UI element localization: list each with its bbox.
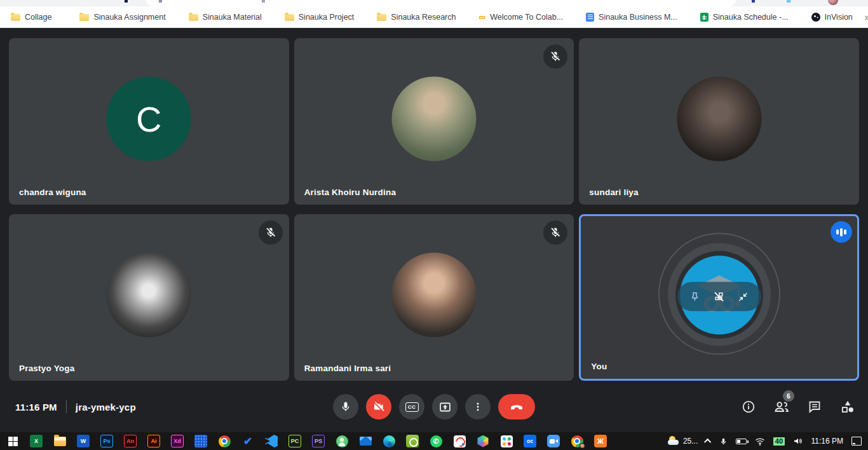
tray-clock[interactable]: 11:16 PM [811,437,843,446]
start-button[interactable] [6,435,19,447]
bookmark-sinauka-schedule[interactable]: Sinauka Schedule -... [695,10,794,24]
battery-percent-badge[interactable]: 40 [773,437,784,446]
hexagon-app-icon[interactable] [477,435,489,447]
whatsapp-icon[interactable]: ✆ [430,435,442,447]
camera-off-icon [372,400,385,413]
tray-overflow-button[interactable] [706,439,711,444]
more-options-button[interactable] [465,394,491,419]
omnibox-sliver [146,0,736,6]
chat-button[interactable] [806,398,824,416]
screen: Collage Sinauka Assignment Sinauka Mater… [0,0,868,450]
bookmark-sinauka-business[interactable]: Sinauka Business M... [580,10,683,24]
phpstorm-icon[interactable]: PS [312,435,325,447]
wifi-icon [755,437,765,446]
mail-icon[interactable] [359,435,372,447]
xampp-icon[interactable]: Ж [594,435,607,447]
participant-name: Ramandani Irma sari [304,364,391,373]
tray-battery[interactable] [736,439,747,444]
toolbar-fragment [125,0,128,3]
toolbar-fragment [752,0,755,3]
bookmark-welcome-to-colab[interactable]: ∞ Welcome To Colab... [473,10,569,24]
avatar-photo [677,77,761,161]
activities-button[interactable] [839,398,857,416]
weather-widget[interactable]: 25... [667,436,698,446]
adobe-xd-icon[interactable]: Xd [171,435,184,447]
bookmark-label: Collage [25,13,51,22]
action-center-button[interactable] [851,437,862,446]
photoshop-icon[interactable]: Ps [100,435,113,447]
chrome-icon[interactable] [218,435,231,447]
participant-tile-sundari[interactable]: sundari liya [579,38,859,205]
action-center-icon [851,437,862,446]
windows-taskbar: X W Ps An Ai Xd ✔ PC PS ✆ oc Ж [0,432,868,450]
captions-button[interactable]: CC [399,394,424,419]
tray-volume[interactable] [793,437,803,446]
pin-icon[interactable] [689,290,701,303]
browser-profile-avatar[interactable] [828,0,838,5]
bookmark-sinauka-research[interactable]: Sinauka Research [371,10,461,24]
meeting-details-button[interactable] [740,398,757,416]
mic-off-icon [549,226,562,239]
oc-app-icon[interactable]: oc [524,435,536,447]
bookmark-collage[interactable]: Collage [5,10,57,24]
vscode-icon[interactable] [265,435,278,447]
clock-label: 11:16 PM [15,402,57,412]
video-call-app-icon[interactable] [547,435,560,447]
info-icon [741,399,756,414]
folder-icon [54,437,66,446]
file-explorer-icon[interactable] [53,435,66,447]
participants-count-badge: 6 [783,390,794,402]
microphone-button[interactable] [333,394,358,419]
red-swirl-app-icon[interactable] [453,435,466,447]
avatar-letter: C [136,99,161,140]
present-button[interactable] [432,394,458,419]
word-icon[interactable]: W [77,435,90,447]
browser-toolbar-sliver [0,0,868,6]
bookmark-sinauka-assignment[interactable]: Sinauka Assignment [74,10,171,24]
pycharm-icon[interactable]: PC [288,435,301,447]
captions-icon: CC [405,402,419,412]
green-camera-app-icon[interactable] [406,435,419,447]
folder-icon [79,14,89,21]
calendar-icon[interactable] [194,435,207,447]
chevron-up-icon [704,439,711,446]
participant-name: Prastyo Yoga [19,364,74,373]
camera-off-button[interactable] [366,394,391,419]
edge-icon[interactable] [383,435,395,447]
participant-tile-arista[interactable]: Arista Khoiru Nurdina [294,38,574,205]
avatar-photo [391,77,476,161]
bookmarks-overflow-chevron[interactable]: » [858,11,868,22]
participant-tile-chandra[interactable]: C chandra wiguna [9,38,289,205]
slack-icon[interactable] [500,435,513,447]
green-person-app-icon[interactable] [336,435,348,447]
end-call-icon [509,399,524,414]
tray-network[interactable] [755,437,765,446]
battery-icon [736,439,747,444]
temperature-label: 25... [683,437,698,446]
participants-button[interactable]: 6 [773,398,790,416]
illustrator-icon[interactable]: Ai [147,435,160,447]
participant-tile-you[interactable]: You [579,214,859,381]
end-call-button[interactable] [498,394,535,419]
weather-icon [667,436,680,446]
chrome-profile-icon[interactable] [571,435,583,447]
animate-icon[interactable]: An [124,435,137,447]
excel-icon[interactable]: X [30,435,43,447]
participant-tile-prastyo[interactable]: Prastyo Yoga [9,214,289,381]
bookmark-invision[interactable]: InVision [806,10,858,24]
tray-microphone[interactable] [719,437,728,446]
bookmark-sinauka-material[interactable]: Sinauka Material [183,10,268,24]
sheets-icon [700,13,709,22]
chat-icon [807,399,822,414]
volume-icon [793,437,803,446]
battery-percent-label: 40 [773,437,784,446]
bookmark-label: Sinauka Project [299,13,355,22]
participant-tile-ramandani[interactable]: Ramandani Irma sari [294,214,574,381]
crossed-squares-icon[interactable] [712,290,726,303]
collapse-icon[interactable] [737,290,749,303]
bookmark-label: Welcome To Colab... [490,13,563,22]
microphone-tray-icon [719,437,728,446]
bookmark-sinauka-project[interactable]: Sinauka Project [279,10,360,24]
todo-check-icon[interactable]: ✔ [241,435,254,447]
bookmark-label: Sinauka Business M... [599,13,677,22]
